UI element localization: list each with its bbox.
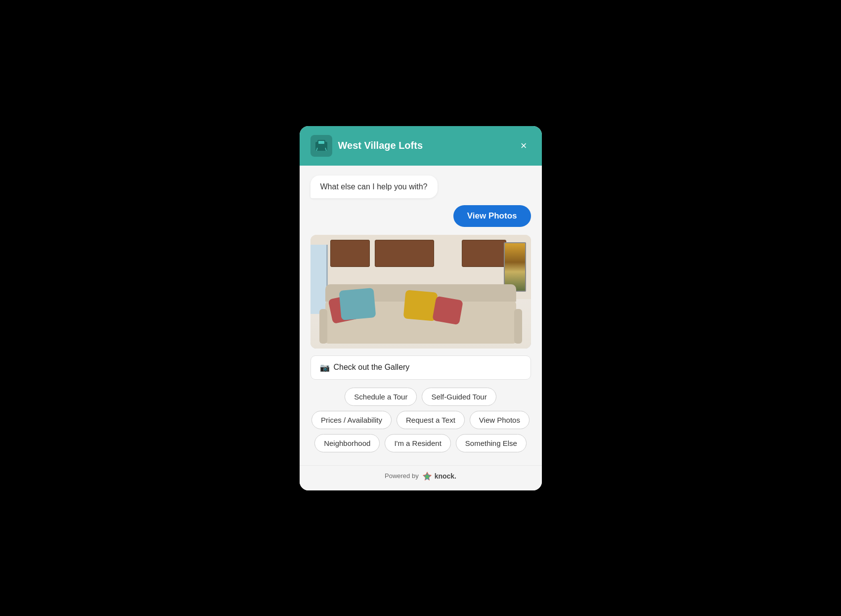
knock-logo-icon [422, 471, 433, 482]
view-photos-button[interactable]: View Photos [453, 205, 531, 227]
gallery-link-text: Check out the Gallery [334, 363, 410, 372]
chat-title: West Village Lofts [338, 140, 423, 151]
chat-widget: West Village Lofts × What else can I hel… [300, 126, 542, 490]
chip-self-guided-tour[interactable]: Self-Guided Tour [422, 388, 496, 406]
chat-header: West Village Lofts × [300, 126, 542, 166]
svg-rect-2 [318, 141, 324, 144]
room-illustration [310, 235, 531, 349]
cabinet-left [330, 240, 370, 267]
window-left [310, 245, 328, 314]
chat-body: What else can I help you with? View Phot… [300, 166, 542, 465]
chip-neighborhood[interactable]: Neighborhood [314, 434, 380, 452]
chip-view-photos[interactable]: View Photos [470, 411, 530, 429]
sofa-arm-right [514, 309, 522, 344]
chip-schedule-tour[interactable]: Schedule a Tour [345, 388, 417, 406]
chat-avatar [310, 135, 332, 157]
powered-by-label: Powered by [385, 472, 419, 480]
chip-prices-availability[interactable]: Prices / Availability [311, 411, 392, 429]
chip-something-else[interactable]: Something Else [456, 434, 527, 452]
message-bubble: What else can I help you with? [310, 176, 438, 198]
sofa-arm-left [319, 309, 327, 344]
quick-replies: Schedule a Tour Self-Guided Tour Prices … [310, 388, 531, 460]
pillow-red-right [432, 296, 463, 325]
chat-footer: Powered by knock. [300, 465, 542, 490]
knock-logo: knock. [422, 471, 456, 482]
pillow-blue [339, 288, 376, 320]
cabinet-right [462, 240, 506, 267]
close-button[interactable]: × [517, 138, 531, 153]
gallery-emoji: 📷 [320, 363, 330, 372]
gallery-image [310, 235, 531, 349]
gallery-link[interactable]: 📷 Check out the Gallery [310, 355, 531, 380]
chip-resident[interactable]: I'm a Resident [385, 434, 450, 452]
cabinet-mid [375, 240, 434, 267]
chat-header-left: West Village Lofts [310, 135, 423, 157]
knock-brand: knock. [435, 472, 456, 480]
chip-request-text[interactable]: Request a Text [397, 411, 465, 429]
